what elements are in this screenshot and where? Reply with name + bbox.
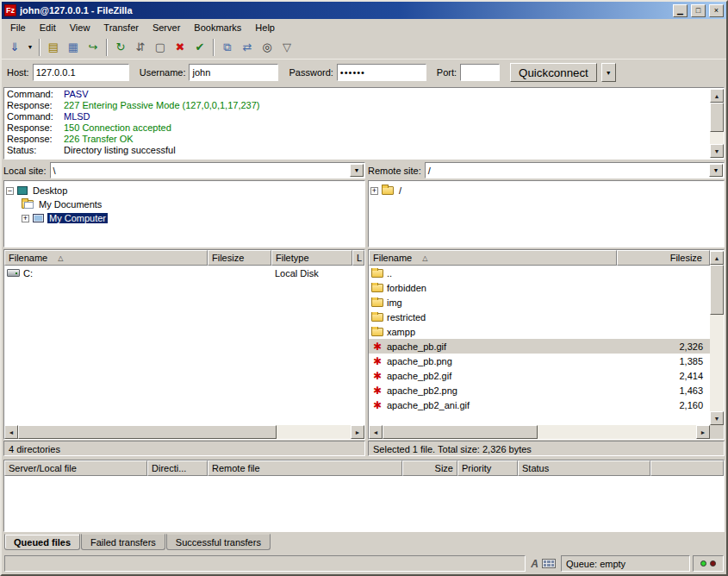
toggle-treeview-icon[interactable]: ▦ <box>64 38 83 57</box>
column-header-filename[interactable]: Filename △ <box>369 250 617 266</box>
file-row[interactable]: ✱apache_pb2.gif 2,414 <box>369 368 710 383</box>
scroll-up-button[interactable]: ▲ <box>710 89 724 103</box>
tree-item-desktop[interactable]: − Desktop <box>6 184 363 197</box>
column-header-filename[interactable]: Filename △ <box>4 250 208 266</box>
log-label: Response: <box>7 122 64 134</box>
local-horizontal-scrollbar[interactable]: ◄ ► <box>4 425 364 439</box>
process-queue-icon[interactable]: ⇵ <box>131 38 150 57</box>
remote-vertical-scrollbar[interactable]: ▲ ▼ <box>710 251 724 425</box>
menu-transfer[interactable]: Transfer <box>96 21 146 34</box>
keypad-indicator-icon <box>542 559 556 568</box>
tab-successful-transfers[interactable]: Successful transfers <box>166 534 271 550</box>
file-row[interactable]: restricted <box>369 310 710 324</box>
file-row-selected[interactable]: ✱apache_pb.gif 2,326 <box>369 339 710 354</box>
close-button[interactable]: × <box>709 4 724 17</box>
file-name: C: <box>23 268 33 279</box>
queue-body[interactable] <box>4 476 724 531</box>
tab-failed-transfers[interactable]: Failed transfers <box>81 534 165 550</box>
quickconnect-dropdown[interactable]: ▼ <box>601 63 616 82</box>
toggle-log-icon[interactable]: ▤ <box>44 38 63 57</box>
expand-icon[interactable]: + <box>22 215 29 222</box>
scroll-track[interactable] <box>710 265 724 411</box>
remote-site-combo[interactable]: / ▼ <box>425 162 725 178</box>
file-row[interactable]: .. <box>369 266 710 280</box>
scroll-down-button[interactable]: ▼ <box>710 144 724 158</box>
file-row[interactable]: forbidden <box>369 280 710 295</box>
file-row[interactable]: img <box>369 295 710 310</box>
password-input[interactable] <box>337 64 426 81</box>
menu-view[interactable]: View <box>63 21 97 34</box>
snapshot-icon[interactable]: ▢ <box>151 38 170 57</box>
statusbar: A Queue: empty <box>2 553 726 574</box>
toolbar: ⇓ ▼ ▤ ▦ ↪ ↻ ⇵ ▢ ✖ ✔ ⧉ <box>2 35 726 59</box>
refresh-icon[interactable]: ↻ <box>111 38 130 57</box>
scroll-thumb[interactable] <box>710 103 724 132</box>
tree-item-root[interactable]: + / <box>370 184 722 197</box>
column-header-filesize[interactable]: Filesize <box>208 250 271 266</box>
file-row-c-drive[interactable]: C: Local Disk <box>4 266 364 280</box>
expand-icon[interactable]: + <box>370 187 378 195</box>
scroll-left-button[interactable]: ◄ <box>4 425 18 439</box>
verify-icon[interactable]: ✔ <box>190 38 209 57</box>
remote-horizontal-scrollbar[interactable]: ◄ ► <box>369 425 724 439</box>
column-header-filler <box>650 460 724 476</box>
scroll-track[interactable] <box>710 103 724 144</box>
tree-item-my-computer[interactable]: + My Computer <box>6 211 363 225</box>
column-header-size[interactable]: Size <box>402 460 457 476</box>
scroll-track[interactable] <box>18 425 351 439</box>
left-arrow-icon: ◄ <box>9 429 15 435</box>
scroll-left-button[interactable]: ◄ <box>369 425 383 439</box>
combo-dropdown-button[interactable]: ▼ <box>350 164 364 177</box>
scroll-right-button[interactable]: ► <box>351 425 364 439</box>
scroll-down-button[interactable]: ▼ <box>710 411 724 425</box>
compare-icon[interactable]: ⧉ <box>218 38 237 57</box>
log-line: Status: Directory listing successful <box>7 145 709 156</box>
column-header-priority[interactable]: Priority <box>457 460 518 476</box>
tree-item-my-documents[interactable]: My Documents <box>6 197 363 211</box>
column-header-server-local-file[interactable]: Server/Local file <box>4 460 147 476</box>
site-manager-icon[interactable]: ⇓ <box>5 38 24 57</box>
column-header-filetype[interactable]: Filetype <box>271 250 352 266</box>
scroll-right-button[interactable]: ► <box>696 425 710 439</box>
remote-tree: + / <box>368 180 725 247</box>
collapse-icon[interactable]: − <box>6 187 14 195</box>
file-name: apache_pb2.gif <box>387 371 451 381</box>
menu-bookmarks[interactable]: Bookmarks <box>187 21 248 34</box>
file-row[interactable]: ✱apache_pb2_ani.gif 2,160 <box>369 398 710 412</box>
filter-icon[interactable]: ▽ <box>277 38 296 57</box>
host-input[interactable] <box>33 64 129 81</box>
log-scrollbar[interactable]: ▲ ▼ <box>710 89 724 158</box>
column-header-direction[interactable]: Directi... <box>147 460 208 476</box>
menu-server[interactable]: Server <box>146 21 187 34</box>
menu-edit[interactable]: Edit <box>33 21 63 34</box>
scroll-track[interactable] <box>383 425 696 439</box>
search-icon[interactable]: ◎ <box>258 38 277 57</box>
column-header-remote-file[interactable]: Remote file <box>208 460 402 476</box>
maximize-button[interactable]: □ <box>691 4 706 17</box>
column-header-last-modified[interactable]: L <box>352 250 364 266</box>
file-row[interactable]: xampp <box>369 324 710 339</box>
column-label: Directi... <box>152 463 186 473</box>
username-input[interactable] <box>189 64 278 81</box>
tab-queued-files[interactable]: Queued files <box>4 534 80 550</box>
scroll-thumb[interactable] <box>383 425 538 439</box>
scroll-thumb[interactable] <box>18 425 277 439</box>
minimize-button[interactable]: ▁ <box>673 4 688 17</box>
menu-file[interactable]: File <box>3 21 33 34</box>
port-input[interactable] <box>460 64 500 81</box>
combo-dropdown-button[interactable]: ▼ <box>709 164 723 177</box>
file-row[interactable]: ✱apache_pb.png 1,385 <box>369 354 710 368</box>
toggle-queue-icon[interactable]: ↪ <box>84 38 103 57</box>
quickconnect-button[interactable]: Quickconnect <box>510 63 597 82</box>
log-line: Response: 227 Entering Passive Mode (127… <box>7 100 709 111</box>
local-site-combo[interactable]: \ ▼ <box>50 162 365 178</box>
column-header-filesize[interactable]: Filesize <box>617 250 710 266</box>
scroll-thumb[interactable] <box>710 265 724 315</box>
scroll-up-button[interactable]: ▲ <box>710 251 724 265</box>
site-manager-dropdown[interactable]: ▼ <box>25 38 35 57</box>
sync-browse-icon[interactable]: ⇄ <box>238 38 257 57</box>
column-header-status[interactable]: Status <box>518 460 650 476</box>
cancel-icon[interactable]: ✖ <box>171 38 190 57</box>
menu-help[interactable]: Help <box>248 21 282 34</box>
file-row[interactable]: ✱apache_pb2.png 1,463 <box>369 383 710 398</box>
